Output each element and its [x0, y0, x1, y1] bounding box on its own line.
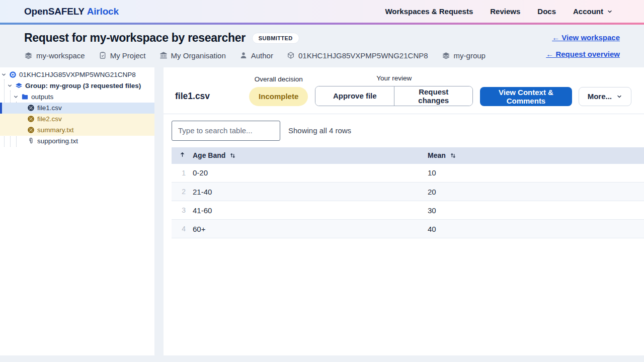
logo-primary: OpenSAFELY — [24, 6, 85, 17]
view-workspace-link[interactable]: ← View workspace — [552, 33, 620, 42]
tree-file-label: file2.csv — [37, 115, 62, 123]
request-root-icon — [9, 71, 17, 78]
more-button[interactable]: More... — [579, 87, 631, 106]
meta-organisation-label: My Organisation — [171, 51, 226, 60]
txt-file-icon — [27, 126, 35, 134]
nav-item-workspaces[interactable]: Workspaces & Requests — [385, 7, 473, 16]
row-number: 2 — [172, 183, 193, 201]
table-row: 1 0-20 10 — [172, 164, 644, 183]
table-row: 2 21-40 20 — [172, 183, 644, 201]
layers-icon — [15, 82, 23, 89]
tree-node-group[interactable]: Group: my-group (3 requested files) — [0, 80, 154, 92]
clipboard-icon — [99, 51, 107, 59]
sort-icon — [229, 152, 236, 159]
tree-file-supporting[interactable]: supporting.txt — [0, 136, 154, 147]
tree-node-label: outputs — [31, 93, 53, 101]
tree-node-label: Group: my-group (3 requested files) — [25, 82, 141, 89]
tree-file-summary[interactable]: summary.txt — [0, 125, 154, 136]
file-tree-sidebar: 01KHC1HJG85VXPMP5WNG21CNP8 Group: my-gro… — [0, 67, 154, 355]
chevron-down-icon[interactable] — [1, 72, 7, 77]
approve-file-button[interactable]: Approve file — [315, 86, 394, 106]
cell-age-band: 21-40 — [193, 183, 428, 201]
column-label: Mean — [428, 151, 446, 159]
row-number: 3 — [172, 201, 193, 220]
tree-file-file2[interactable]: file2.csv — [0, 114, 154, 125]
row-number: 4 — [172, 220, 193, 238]
table-toolbar: Showing all 4 rows — [164, 114, 644, 147]
nav-item-account[interactable]: Account — [573, 7, 613, 16]
view-context-comments-button[interactable]: View Context & Comments — [480, 87, 572, 106]
tree-file-label: summary.txt — [37, 126, 74, 134]
search-input[interactable] — [172, 121, 280, 141]
sort-icon — [450, 152, 456, 159]
table-row: 3 41-60 30 — [172, 201, 644, 220]
csv-file-icon — [27, 115, 35, 123]
chevron-down-icon — [616, 94, 622, 100]
table-row: 4 60+ 40 — [172, 220, 644, 238]
meta-request-id: 01KHC1HJG85VXPMP5WNG21CNP8 — [287, 51, 428, 60]
tree-node-request[interactable]: 01KHC1HJG85VXPMP5WNG21CNP8 — [0, 69, 154, 80]
cell-mean: 30 — [428, 201, 644, 220]
nav-item-docs[interactable]: Docs — [537, 7, 556, 16]
tree-file-label: supporting.txt — [37, 137, 78, 145]
overall-decision-label: Overall decision — [255, 75, 303, 83]
meta-organisation: My Organisation — [159, 51, 226, 60]
overall-decision-block: Overall decision Incomplete — [249, 75, 308, 106]
meta-workspace: my-workspace — [24, 51, 85, 60]
file-header: file1.csv Overall decision Incomplete Yo… — [164, 67, 644, 114]
folder-icon — [21, 93, 29, 101]
meta-group-label: my-group — [454, 51, 486, 60]
cube-icon — [287, 51, 295, 59]
row-number: 1 — [172, 164, 193, 183]
chevron-down-icon — [607, 9, 613, 15]
meta-workspace-label: my-workspace — [36, 51, 85, 60]
chevron-down-icon[interactable] — [13, 94, 19, 100]
meta-group: my-group — [442, 51, 486, 60]
meta-request-id-label: 01KHC1HJG85VXPMP5WNG21CNP8 — [298, 51, 428, 60]
page-title: Request for my-workspace by researcher — [24, 31, 246, 45]
data-table: Age Band Mean — [172, 147, 644, 239]
cell-mean: 40 — [428, 220, 644, 238]
cell-age-band: 41-60 — [193, 201, 428, 220]
request-changes-button[interactable]: Request changes — [394, 86, 472, 106]
paperclip-icon — [27, 137, 35, 145]
cell-age-band: 60+ — [193, 220, 428, 238]
app-logo[interactable]: OpenSAFELYAirlock — [24, 6, 119, 17]
layers-icon — [24, 51, 33, 60]
status-badge: SUBMITTED — [252, 33, 299, 44]
decision-badge: Incomplete — [249, 87, 308, 106]
page-header: Request for my-workspace by researcher S… — [0, 25, 644, 67]
request-meta: my-workspace My Project My Organisation … — [24, 51, 486, 60]
chevron-down-icon[interactable] — [7, 83, 13, 88]
column-header-age-band[interactable]: Age Band — [193, 147, 428, 164]
table-header-row: Age Band Mean — [172, 147, 644, 164]
your-review-block: Your review Approve file Request changes — [315, 74, 473, 106]
more-label: More... — [588, 92, 612, 101]
meta-project: My Project — [99, 51, 146, 60]
csv-file-icon — [27, 104, 35, 112]
tree-file-file1[interactable]: file1.csv — [0, 103, 154, 114]
meta-author: Author — [239, 51, 273, 60]
row-count-status: Showing all 4 rows — [288, 126, 351, 135]
meta-project-label: My Project — [110, 51, 146, 60]
logo-secondary: Airlock — [87, 6, 119, 17]
account-label: Account — [573, 7, 603, 16]
file-title: file1.csv — [175, 91, 210, 102]
tree-node-outputs[interactable]: outputs — [0, 92, 154, 103]
meta-author-label: Author — [251, 51, 273, 60]
review-button-group: Approve file Request changes — [315, 86, 473, 106]
data-table-area: Age Band Mean — [164, 147, 644, 239]
user-icon — [239, 51, 248, 59]
cell-mean: 10 — [428, 164, 644, 183]
tree-node-label: 01KHC1HJG85VXPMP5WNG21CNP8 — [19, 71, 136, 78]
row-number-column-header[interactable] — [172, 147, 193, 164]
nav-links: Workspaces & Requests Reviews Docs Accou… — [385, 7, 613, 16]
layers-icon — [442, 51, 450, 60]
top-nav: OpenSAFELYAirlock Workspaces & Requests … — [0, 0, 644, 23]
tree-file-label: file1.csv — [37, 104, 62, 112]
nav-item-reviews[interactable]: Reviews — [490, 7, 520, 16]
cell-age-band: 0-20 — [193, 164, 428, 183]
sorted-ascending-icon — [179, 151, 186, 158]
request-overview-link[interactable]: ← Request overview — [546, 50, 620, 58]
column-header-mean[interactable]: Mean — [428, 147, 644, 164]
